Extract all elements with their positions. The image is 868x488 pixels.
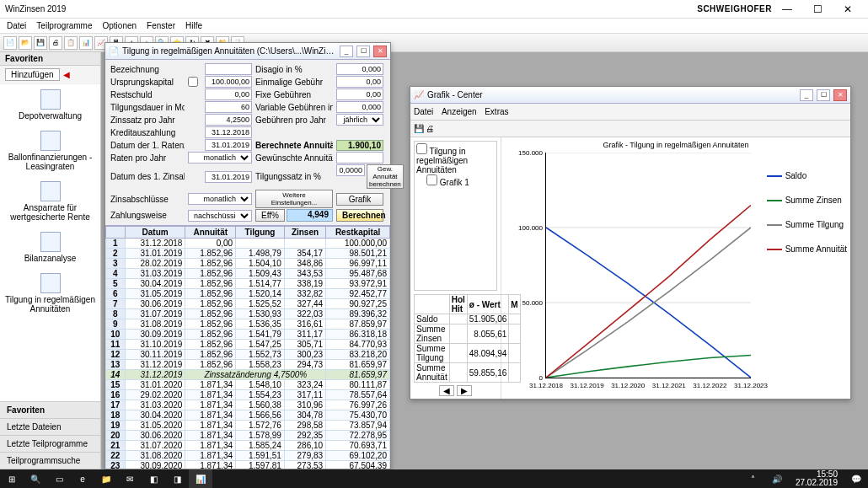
weitere-button[interactable]: Weitere Einstellungen...: [255, 190, 333, 208]
edge-icon[interactable]: e: [71, 469, 94, 488]
amort-table-wrap[interactable]: DatumAnnuitätTilgungZinsenRestkapital131…: [105, 225, 390, 469]
eff-button[interactable]: Eff%: [255, 209, 285, 222]
amort-row[interactable]: 1931.05.20201.871,341.572,76298,5873.857…: [106, 421, 390, 431]
amort-row[interactable]: 1331.12.20191.852,961.558,23294,7381.659…: [106, 360, 390, 370]
tb-open-icon[interactable]: 📂: [19, 36, 32, 50]
app1-icon[interactable]: ◧: [142, 469, 165, 488]
gew-ann-button[interactable]: Gew. Annuität berechnen: [367, 164, 404, 189]
menu-optionen[interactable]: Optionen: [103, 21, 137, 30]
amort-row[interactable]: 2030.06.20201.871,341.578,99292,3572.278…: [106, 431, 390, 441]
input-rest[interactable]: [205, 88, 252, 100]
gmenu-extras[interactable]: Extras: [485, 107, 508, 116]
scroll-right-icon[interactable]: ▶: [457, 385, 472, 396]
taskview-icon[interactable]: ▭: [47, 469, 71, 488]
gmenu-datei[interactable]: Datei: [414, 107, 433, 116]
amort-row[interactable]: 431.03.20191.852,961.509,43343,5395.487,…: [106, 269, 390, 279]
grafik-max-button[interactable]: ☐: [817, 89, 830, 101]
favorite-item[interactable]: Depotverwaltung: [0, 84, 100, 126]
input-ausz[interactable]: [205, 126, 252, 138]
grafik-close-button[interactable]: ✕: [833, 89, 847, 101]
gtb-print-icon[interactable]: 🖨: [426, 124, 434, 133]
close-button[interactable]: ✕: [833, 3, 863, 15]
amort-row[interactable]: 328.02.20191.852,961.504,10348,8696.997,…: [106, 259, 390, 269]
input-ursprung[interactable]: [205, 76, 252, 88]
amort-row[interactable]: 931.08.20191.852,961.536,35316,6187.859,…: [106, 319, 390, 330]
winzinsen-task-icon[interactable]: 📊: [189, 469, 212, 488]
menu-datei[interactable]: Datei: [7, 21, 26, 30]
clock[interactable]: 15:5027.02.2019: [789, 470, 844, 487]
nav-letzte-teilprogramme[interactable]: Letzte Teilprogramme: [0, 436, 100, 453]
notifications-icon[interactable]: 💬: [844, 469, 868, 488]
start-icon[interactable]: ⊞: [0, 469, 24, 488]
grafik-titlebar[interactable]: 📈 Grafik - Center _ ☐ ✕: [410, 87, 850, 104]
favorite-item[interactable]: Bilanzanalyse: [0, 227, 100, 268]
select-gebpj[interactable]: jährlich: [336, 114, 383, 126]
amort-row[interactable]: 1830.04.20201.871,341.566,56304,7875.430…: [106, 410, 390, 421]
explorer-icon[interactable]: 📁: [94, 469, 118, 488]
menu-fenster[interactable]: Fenster: [147, 21, 175, 30]
amort-row[interactable]: 1629.02.20201.871,341.554,23317,1178.557…: [106, 390, 390, 400]
amort-row[interactable]: 1731.03.20201.871,341.560,38310,9676.997…: [106, 400, 390, 410]
tilgung-min-button[interactable]: _: [340, 46, 353, 57]
app2-icon[interactable]: ◨: [165, 469, 189, 488]
amort-row[interactable]: 2231.08.20201.871,341.591,51279,8369.102…: [106, 451, 390, 461]
gtb-save-icon[interactable]: 💾: [414, 124, 424, 133]
amort-row[interactable]: 631.05.20191.852,961.520,14332,8292.452,…: [106, 289, 390, 299]
tb-copy-icon[interactable]: 📋: [64, 36, 78, 50]
tb-save-icon[interactable]: 💾: [34, 36, 47, 50]
tilgung-close-button[interactable]: ✕: [373, 46, 387, 57]
amort-row[interactable]: 1131.10.20191.852,961.547,25305,7184.770…: [106, 340, 390, 350]
select-raten[interactable]: monatlich: [188, 152, 252, 164]
search-icon[interactable]: 🔍: [24, 469, 47, 488]
amort-row[interactable]: 1431.12.2019Zinssatzänderung 4,7500%81.6…: [106, 370, 390, 380]
nav-favoriten[interactable]: Favoriten: [0, 402, 100, 419]
menu-hilfe[interactable]: Hilfe: [185, 21, 202, 30]
input-disagio[interactable]: [336, 63, 383, 75]
tree-cb-root[interactable]: [416, 143, 427, 154]
amort-row[interactable]: 530.04.20191.852,961.514,77338,1993.972,…: [106, 279, 390, 289]
favorite-item[interactable]: Ansparrate für wertgesicherte Rente: [0, 176, 100, 227]
favorite-item[interactable]: Ballonfinanzierungen - Leasingraten: [0, 126, 100, 176]
tree-cb-g1[interactable]: [426, 174, 437, 185]
tilgung-titlebar[interactable]: 📄 Tilgung in regelmäßigen Annuitäten (C:…: [105, 43, 390, 60]
input-zins[interactable]: [205, 114, 252, 126]
mail-icon[interactable]: ✉: [118, 469, 142, 488]
menu-teilprogramme[interactable]: Teilprogramme: [36, 21, 92, 30]
input-dauer[interactable]: [205, 101, 252, 113]
amort-row[interactable]: 831.07.20191.852,961.530,93322,0389.396,…: [106, 309, 390, 319]
arrow-left-icon[interactable]: ◀: [63, 70, 70, 79]
gmenu-anzeigen[interactable]: Anzeigen: [442, 107, 477, 116]
grafik-tree[interactable]: Tilgung in regelmäßigen Annuitäten Grafi…: [414, 141, 497, 291]
favorite-item[interactable]: Tilgung in regelmäßigen Annuitäten: [0, 268, 100, 319]
tb-excel-icon[interactable]: 📊: [79, 36, 93, 50]
input-einmal[interactable]: [336, 76, 383, 88]
input-bez[interactable]: [205, 63, 252, 75]
scroll-left-icon[interactable]: ◀: [439, 385, 454, 396]
nav-teilprogrammsuche[interactable]: Teilprogrammsuche: [0, 453, 100, 469]
tilgung-max-button[interactable]: ☐: [356, 46, 370, 57]
amort-row[interactable]: 131.12.20180,00100.000,00: [106, 239, 390, 249]
amort-row[interactable]: 1531.01.20201.871,341.548,10323,2480.111…: [106, 380, 390, 390]
maximize-button[interactable]: ☐: [802, 3, 833, 15]
cb-endfallig[interactable]: [188, 77, 198, 87]
tb-print-icon[interactable]: 🖨: [49, 36, 62, 50]
input-fixe[interactable]: [336, 88, 383, 100]
amort-row[interactable]: 231.01.20191.852,961.498,79354,1798.501,…: [106, 249, 390, 259]
select-zinsab[interactable]: monatlich: [188, 193, 252, 205]
amort-row[interactable]: 1230.11.20191.852,961.552,73300,2383.218…: [106, 350, 390, 360]
volume-icon[interactable]: 🔊: [765, 469, 789, 488]
input-erste[interactable]: [205, 139, 252, 151]
minimize-button[interactable]: —: [772, 3, 802, 15]
add-favorite-button[interactable]: Hinzufügen: [5, 68, 60, 81]
amort-row[interactable]: 1030.09.20191.852,961.541,79311,1786.318…: [106, 330, 390, 340]
berechnen-button[interactable]: Berechnen: [336, 209, 383, 222]
amort-row[interactable]: 2330.09.20201.871,341.597,81273,5367.504…: [106, 461, 390, 469]
amort-row[interactable]: 2131.07.20201.871,341.585,24286,1070.693…: [106, 441, 390, 451]
tb-new-icon[interactable]: 📄: [3, 36, 17, 50]
grafik-button[interactable]: Grafik: [336, 193, 383, 206]
select-zahl[interactable]: nachschüssig: [188, 210, 252, 222]
tray-up-icon[interactable]: ˄: [742, 469, 765, 488]
input-zinsabdat[interactable]: [205, 171, 252, 183]
grafik-min-button[interactable]: _: [800, 89, 813, 101]
input-tilgsatz[interactable]: [336, 164, 365, 176]
